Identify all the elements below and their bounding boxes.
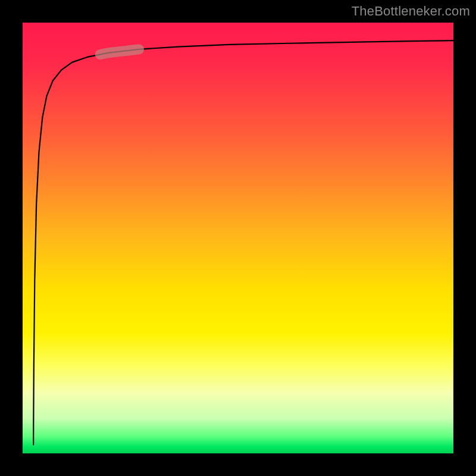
plot-area [23, 23, 453, 453]
watermark-text: TheBottleneker.com [352, 4, 470, 19]
chart-stage: TheBottleneker.com [0, 0, 476, 476]
highlight-segment [100, 49, 139, 55]
curve-svg [23, 23, 453, 453]
bottleneck-curve [33, 40, 453, 444]
